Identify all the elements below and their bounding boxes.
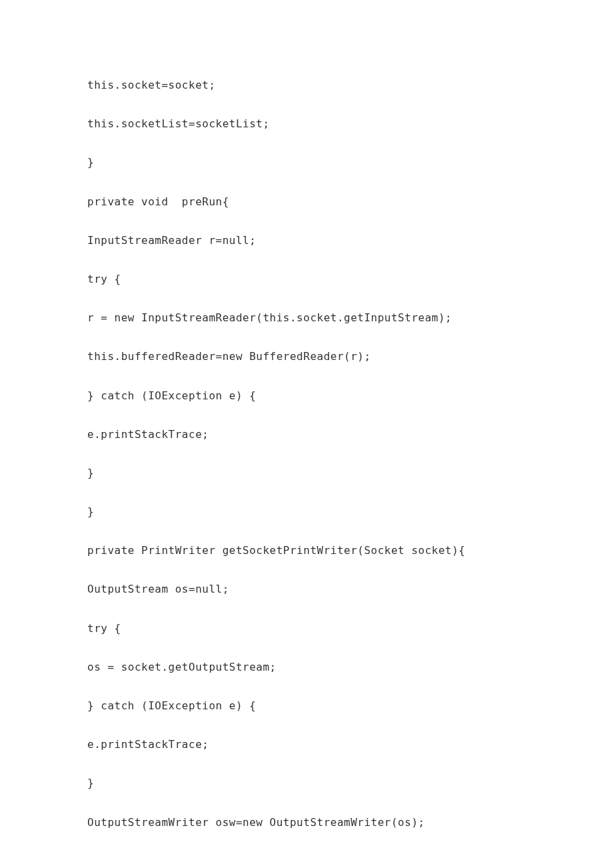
code-line: os = socket.getOutputStream; [87, 661, 613, 673]
code-line: e.printStackTrace; [87, 428, 613, 441]
code-line: e.printStackTrace; [87, 738, 613, 751]
code-line: this.socket=socket; [87, 79, 613, 91]
code-line: OutputStreamWriter osw=new OutputStreamW… [87, 816, 613, 829]
code-line: private PrintWriter getSocketPrintWriter… [87, 544, 613, 557]
code-line: } [87, 505, 613, 518]
code-line: try { [87, 622, 613, 635]
document-page: this.socket=socket; this.socketList=sock… [0, 0, 613, 868]
code-line: try { [87, 273, 613, 285]
code-line: this.bufferedReader=new BufferedReader(r… [87, 350, 613, 363]
code-line: this.socketList=socketList; [87, 117, 613, 130]
code-line: } catch (IOException e) { [87, 389, 613, 402]
code-line: private void preRun{ [87, 195, 613, 208]
code-line: InputStreamReader r=null; [87, 234, 613, 247]
code-line: } catch (IOException e) { [87, 699, 613, 712]
code-line: OutputStream os=null; [87, 583, 613, 595]
code-line: r = new InputStreamReader(this.socket.ge… [87, 311, 613, 324]
code-line: } [87, 467, 613, 479]
code-line: } [87, 156, 613, 169]
code-line: } [87, 777, 613, 789]
